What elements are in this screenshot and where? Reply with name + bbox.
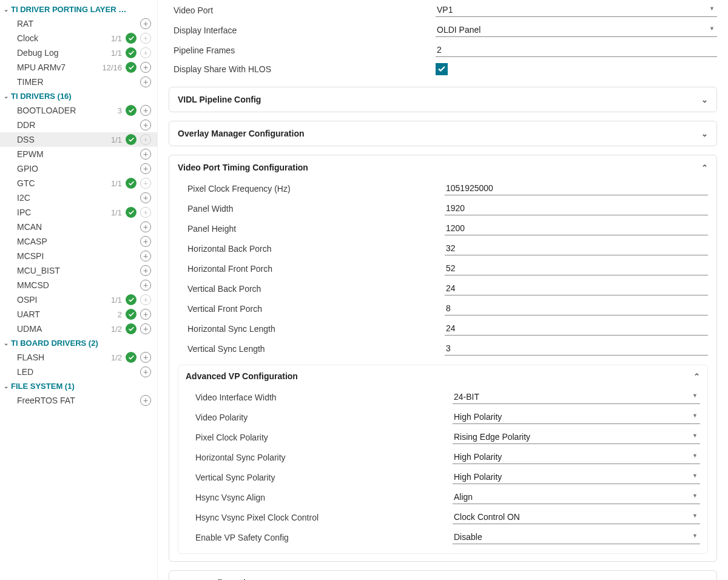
add-button[interactable]: +: [140, 366, 151, 377]
tree-item-dss[interactable]: DSS1/1+: [0, 132, 157, 147]
select-field[interactable]: High Polarity: [453, 470, 700, 484]
tree-item-rat[interactable]: RAT+: [0, 16, 157, 31]
form-row: Enable VP Safety ConfigDisable: [186, 527, 700, 547]
text-field[interactable]: 32: [445, 241, 708, 255]
checkbox-checked[interactable]: [436, 63, 448, 75]
add-button[interactable]: +: [140, 18, 151, 29]
text-field[interactable]: 1920: [445, 201, 708, 215]
select-field[interactable]: VP1: [436, 3, 717, 17]
tree-item-freertos-fat[interactable]: FreeRTOS FAT+: [0, 393, 157, 408]
add-button[interactable]: +: [140, 76, 151, 87]
add-button[interactable]: +: [140, 309, 151, 320]
tree-item-mcan[interactable]: MCAN+: [0, 220, 157, 234]
panel-header-vptiming[interactable]: Video Port Timing Configuration ⌃: [178, 163, 708, 172]
tree-item-led[interactable]: LED+: [0, 365, 157, 379]
select-field[interactable]: High Polarity: [453, 450, 700, 464]
tree-item-mmcsd[interactable]: MMCSD+: [0, 278, 157, 292]
tree-item-label: GTC: [17, 178, 111, 188]
tree-item-mcu-bist[interactable]: MCU_BIST+: [0, 263, 157, 278]
subpanel-header[interactable]: Advanced VP Configuration⌃: [186, 371, 700, 381]
panel-vptiming: Video Port Timing Configuration ⌃ Pixel …: [169, 155, 717, 562]
panel-title: Advanced VP Configuration: [186, 371, 298, 381]
panel-title: Overlay Manager Configuration: [178, 129, 304, 138]
add-button[interactable]: +: [140, 265, 151, 276]
text-field[interactable]: 3: [445, 342, 708, 356]
tree-group-header[interactable]: ⌄FILE SYSTEM (1): [0, 379, 157, 393]
tree-item-ddr[interactable]: DDR+: [0, 118, 157, 132]
tree-item-count: 1/2: [111, 325, 122, 334]
tree-item-gtc[interactable]: GTC1/1+: [0, 176, 157, 191]
tree-item-ipc[interactable]: IPC1/1+: [0, 205, 157, 220]
text-field[interactable]: 2: [436, 43, 717, 57]
check-icon: [126, 62, 136, 73]
tree-item-flash[interactable]: FLASH1/2+: [0, 350, 157, 365]
tree-item-count: 1/1: [111, 34, 122, 43]
form-row: Pipeline Frames2: [169, 40, 717, 60]
add-button[interactable]: +: [140, 120, 151, 130]
tree-item-count: 1/2: [111, 353, 122, 362]
text-field[interactable]: 24: [445, 282, 708, 295]
tree-item-label: LED: [17, 367, 140, 377]
field-label: Pipeline Frames: [169, 46, 436, 55]
add-button[interactable]: +: [140, 149, 151, 160]
tree-group-header[interactable]: ⌄TI BOARD DRIVERS (2): [0, 336, 157, 350]
select-field[interactable]: Align: [453, 490, 700, 504]
field-label: Display Interface: [169, 25, 436, 35]
tree-group-header[interactable]: ⌄TI DRIVER PORTING LAYER …: [0, 2, 157, 16]
select-field[interactable]: Clock Control ON: [453, 510, 700, 524]
add-button[interactable]: +: [140, 62, 151, 73]
field-label: Video Port: [169, 5, 436, 15]
tree-item-mpu-armv7[interactable]: MPU ARMv712/16+: [0, 60, 157, 75]
add-button[interactable]: +: [140, 323, 151, 334]
panel-overlay: Overlay Manager Configuration ⌄: [169, 121, 717, 146]
text-field[interactable]: 1200: [445, 221, 708, 235]
tree-item-debug-log[interactable]: Debug Log1/1+: [0, 46, 157, 60]
tree-item-epwm[interactable]: EPWM+: [0, 147, 157, 161]
select-field[interactable]: Rising Edge Polarity: [453, 430, 700, 444]
add-button[interactable]: +: [140, 280, 151, 291]
panel-header-overlay[interactable]: Overlay Manager Configuration ⌄: [178, 129, 708, 138]
tree-item-label: Debug Log: [17, 48, 111, 58]
text-field[interactable]: 52: [445, 261, 708, 275]
field-label: Horizontal Front Porch: [178, 264, 445, 274]
select-field[interactable]: 24-BIT: [453, 390, 700, 404]
add-button[interactable]: +: [140, 395, 151, 406]
field-label: Display Share With HLOS: [169, 64, 436, 74]
tree-item-gpio[interactable]: GPIO+: [0, 161, 157, 176]
tree-item-bootloader[interactable]: BOOTLOADER3+: [0, 103, 157, 118]
tree-item-mcasp[interactable]: MCASP+: [0, 234, 157, 249]
form-row: Display InterfaceOLDI Panel: [169, 20, 717, 40]
select-field[interactable]: High Polarity: [453, 410, 700, 424]
add-button[interactable]: +: [140, 352, 151, 363]
tree-item-udma[interactable]: UDMA1/2+: [0, 322, 157, 336]
select-field[interactable]: OLDI Panel: [436, 23, 717, 37]
text-field[interactable]: 8: [445, 302, 708, 315]
tree-item-i2c[interactable]: I2C+: [0, 191, 157, 205]
group-title: TI BOARD DRIVERS (2): [11, 339, 98, 348]
add-button[interactable]: +: [140, 163, 151, 174]
tree-item-mcspi[interactable]: MCSPI+: [0, 249, 157, 263]
select-field[interactable]: Disable: [453, 530, 700, 544]
tree-item-label: UDMA: [17, 324, 111, 334]
form-row: Display Share With HLOS: [169, 60, 717, 78]
add-button[interactable]: +: [140, 192, 151, 203]
add-button[interactable]: +: [140, 105, 151, 116]
tree-item-uart[interactable]: UART2+: [0, 307, 157, 322]
add-button[interactable]: +: [140, 251, 151, 261]
tree-item-clock[interactable]: Clock1/1+: [0, 31, 157, 46]
field-label: Panel Width: [178, 204, 445, 214]
panel-header-vidl[interactable]: VIDL Pipeline Config ⌄: [178, 95, 708, 104]
add-button: +: [140, 294, 151, 305]
tree-group-header[interactable]: ⌄TI DRIVERS (16): [0, 89, 157, 103]
add-button[interactable]: +: [140, 221, 151, 232]
form-row: Hsync Vsync Pixel Clock ControlClock Con…: [186, 507, 700, 527]
tree-item-count: 1/1: [111, 49, 122, 58]
tree-item-label: TIMER: [17, 77, 140, 87]
field-label: Enable VP Safety Config: [186, 533, 453, 542]
add-button[interactable]: +: [140, 236, 151, 247]
text-field[interactable]: 24: [445, 322, 708, 336]
tree-item-label: EPWM: [17, 149, 140, 159]
tree-item-ospi[interactable]: OSPI1/1+: [0, 292, 157, 307]
text-field[interactable]: 1051925000: [445, 181, 708, 195]
tree-item-timer[interactable]: TIMER+: [0, 75, 157, 89]
